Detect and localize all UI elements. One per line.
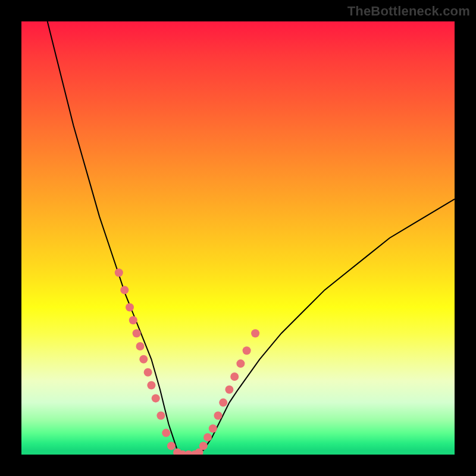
data-marker <box>167 441 176 450</box>
data-marker <box>199 441 208 450</box>
data-marker <box>209 424 217 433</box>
data-marker <box>139 355 148 364</box>
data-marker <box>129 316 137 324</box>
plot-area <box>21 21 455 455</box>
data-marker <box>144 368 152 377</box>
data-marker <box>203 433 212 441</box>
chart-frame: TheBottleneck.com <box>0 0 476 476</box>
data-marker <box>126 303 134 312</box>
data-marker <box>214 412 223 420</box>
data-marker <box>156 412 165 420</box>
data-marker <box>225 386 233 394</box>
watermark-text: TheBottleneck.com <box>347 4 470 19</box>
data-marker <box>136 342 145 350</box>
data-marker <box>236 359 245 368</box>
data-marker <box>230 372 239 381</box>
chart-svg <box>21 21 455 455</box>
data-marker <box>243 346 251 355</box>
data-marker <box>219 399 227 407</box>
data-marker <box>120 286 129 294</box>
data-marker <box>133 329 141 337</box>
data-marker <box>152 394 160 402</box>
data-marker <box>147 381 155 390</box>
data-marker <box>251 329 259 337</box>
bottleneck-curve <box>48 21 455 455</box>
data-marker <box>162 429 170 437</box>
data-marker <box>115 268 123 277</box>
